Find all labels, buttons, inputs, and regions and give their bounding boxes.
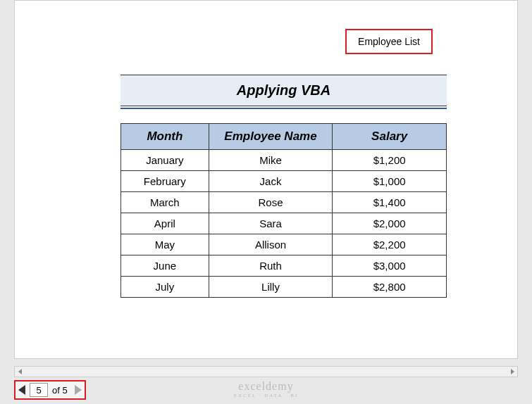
watermark-subtitle: EXCEL · DATA · BI bbox=[234, 393, 299, 398]
header-name: Employee Name bbox=[209, 124, 333, 150]
cell-name: Mike bbox=[209, 150, 333, 171]
watermark-title: exceldemy bbox=[234, 380, 299, 393]
cell-salary: $2,200 bbox=[333, 234, 447, 255]
header-label-text: Employee List bbox=[358, 36, 420, 47]
cell-month: March bbox=[121, 192, 209, 213]
cell-salary: $2,000 bbox=[333, 213, 447, 234]
cell-month: June bbox=[121, 255, 209, 277]
chevron-left-icon bbox=[18, 369, 22, 374]
cell-salary: $1,400 bbox=[333, 192, 447, 213]
employee-table: Month Employee Name Salary January Mike … bbox=[120, 123, 447, 298]
table-row: January Mike $1,200 bbox=[121, 150, 447, 171]
cell-month: February bbox=[121, 171, 209, 192]
cell-name: Rose bbox=[209, 192, 333, 213]
page-navigator: of 5 bbox=[14, 380, 86, 400]
chevron-right-icon bbox=[511, 369, 514, 374]
header-month: Month bbox=[121, 124, 209, 150]
cell-name: Jack bbox=[209, 171, 333, 192]
cell-salary: $2,800 bbox=[333, 277, 447, 298]
horizontal-scrollbar[interactable] bbox=[14, 366, 518, 377]
table-header-row: Month Employee Name Salary bbox=[121, 124, 447, 150]
cell-name: Lilly bbox=[209, 277, 333, 298]
page-title: Applying VBA bbox=[120, 75, 447, 106]
cell-month: May bbox=[121, 234, 209, 255]
header-label-box: Employee List bbox=[345, 29, 433, 54]
cell-month: July bbox=[121, 277, 209, 298]
print-preview-page: Employee List Applying VBA Month Employe… bbox=[14, 0, 518, 359]
table-row: April Sara $2,000 bbox=[121, 213, 447, 234]
cell-salary: $3,000 bbox=[333, 255, 447, 277]
scroll-right-button[interactable] bbox=[507, 367, 517, 377]
scroll-left-button[interactable] bbox=[15, 367, 25, 377]
cell-salary: $1,000 bbox=[333, 171, 447, 192]
cell-month: January bbox=[121, 150, 209, 171]
prev-page-button[interactable] bbox=[18, 385, 25, 395]
cell-month: April bbox=[121, 213, 209, 234]
page-number-input[interactable] bbox=[30, 383, 48, 397]
page-content: Applying VBA Month Employee Name Salary … bbox=[15, 1, 517, 312]
title-underline bbox=[120, 108, 447, 109]
next-page-button[interactable] bbox=[75, 385, 82, 395]
page-of-label: of 5 bbox=[52, 385, 68, 396]
table-row: May Allison $2,200 bbox=[121, 234, 447, 255]
cell-name: Ruth bbox=[209, 255, 333, 277]
table-row: February Jack $1,000 bbox=[121, 171, 447, 192]
table-row: June Ruth $3,000 bbox=[121, 255, 447, 277]
table-row: July Lilly $2,800 bbox=[121, 277, 447, 298]
header-salary: Salary bbox=[333, 124, 447, 150]
cell-name: Sara bbox=[209, 213, 333, 234]
table-row: March Rose $1,400 bbox=[121, 192, 447, 213]
watermark: exceldemy EXCEL · DATA · BI bbox=[234, 380, 299, 398]
cell-name: Allison bbox=[209, 234, 333, 255]
cell-salary: $1,200 bbox=[333, 150, 447, 171]
